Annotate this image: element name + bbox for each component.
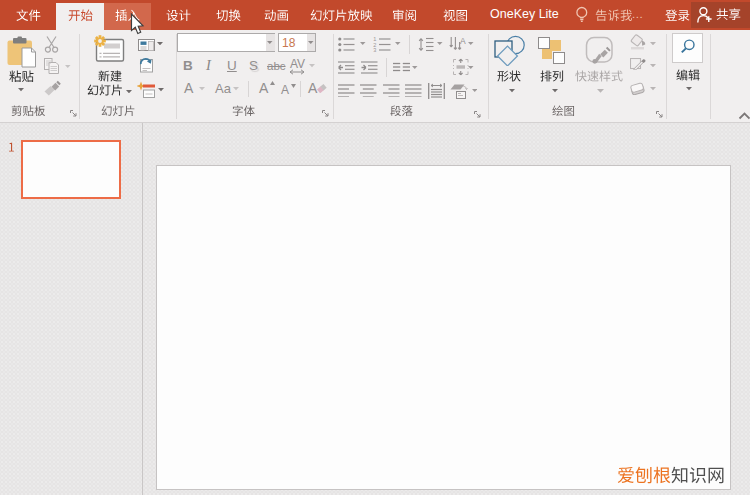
svg-text:A: A: [460, 36, 466, 46]
svg-text:3: 3: [373, 47, 376, 53]
